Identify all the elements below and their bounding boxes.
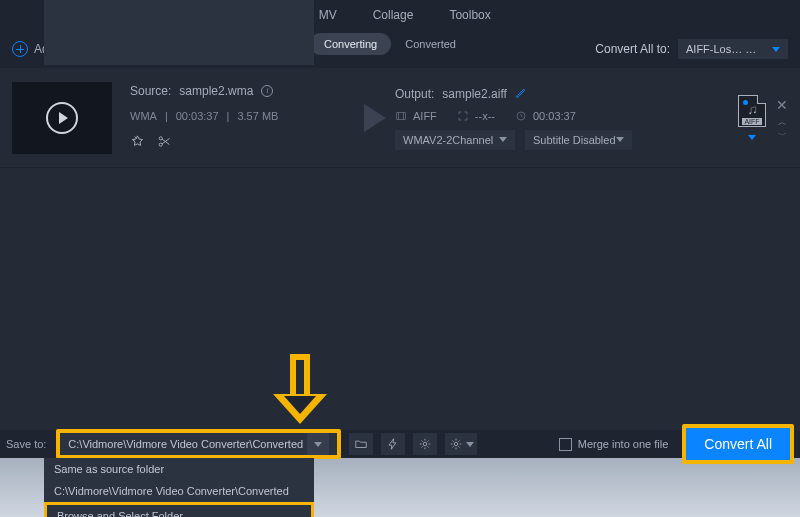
svg-point-6 bbox=[423, 442, 427, 446]
tab-mv[interactable]: MV bbox=[319, 2, 337, 28]
dropdown-browse-folder[interactable]: Browse and Select Folder bbox=[44, 502, 314, 517]
film-icon bbox=[395, 110, 407, 122]
high-speed-button[interactable] bbox=[413, 433, 437, 455]
caret-down-icon bbox=[466, 442, 474, 447]
file-item: Source: sample2.wma i WMA | 00:03:37 | 3… bbox=[0, 68, 800, 168]
audio-track-value: WMAV2-2Channel bbox=[403, 134, 493, 146]
source-name: sample2.wma bbox=[179, 84, 253, 98]
bottom-bar: Save to: C:\Vidmore\Vidmore Video Conver… bbox=[0, 430, 800, 458]
settings-button[interactable] bbox=[445, 433, 477, 455]
converted-link[interactable]: Converted bbox=[405, 38, 456, 50]
music-note-icon bbox=[747, 105, 758, 116]
play-icon bbox=[59, 112, 68, 124]
merge-label: Merge into one file bbox=[578, 438, 669, 450]
output-name: sample2.aiff bbox=[442, 87, 506, 101]
save-path-value: C:\Vidmore\Vidmore Video Converter\Conve… bbox=[68, 438, 303, 450]
convert-all-to-label: Convert All to: bbox=[595, 42, 670, 56]
target-format-select[interactable]: AIFF-Los… Quality bbox=[678, 39, 788, 59]
toolbar-right: Convert All to: AIFF-Los… Quality bbox=[595, 39, 788, 59]
tab-collage[interactable]: Collage bbox=[373, 2, 414, 28]
move-down-button[interactable]: ﹀ bbox=[778, 132, 787, 139]
hardware-accel-button[interactable] bbox=[381, 433, 405, 455]
rename-icon[interactable] bbox=[515, 86, 528, 102]
subtitle-select[interactable]: Subtitle Disabled bbox=[525, 130, 632, 150]
star-icon[interactable] bbox=[130, 134, 145, 152]
save-to-label: Save to: bbox=[6, 438, 46, 450]
arrow-divider bbox=[355, 104, 395, 132]
output-format-column: AIFF bbox=[738, 95, 766, 140]
convert-all-button[interactable]: Convert All bbox=[682, 424, 794, 464]
remove-item-button[interactable]: ✕ bbox=[776, 97, 788, 113]
caret-down-icon bbox=[772, 47, 780, 52]
output-column: Output: sample2.aiff AIFF --x-- 00:03:37… bbox=[395, 86, 728, 150]
output-label: Output: bbox=[395, 87, 434, 101]
svg-point-7 bbox=[454, 442, 458, 446]
source-size: 3.57 MB bbox=[237, 110, 278, 122]
audio-track-select[interactable]: WMAV2-2Channel bbox=[395, 130, 515, 150]
tab-toolbox[interactable]: Toolbox bbox=[449, 2, 490, 28]
source-column: Source: sample2.wma i WMA | 00:03:37 | 3… bbox=[130, 84, 355, 152]
format-badge[interactable]: AIFF bbox=[738, 95, 766, 127]
svg-rect-2 bbox=[397, 112, 406, 119]
move-up-button[interactable]: ︿ bbox=[778, 119, 787, 126]
source-label: Source: bbox=[130, 84, 171, 98]
scissors-icon[interactable] bbox=[157, 134, 172, 152]
checkbox-icon bbox=[559, 438, 572, 451]
thumbnail[interactable] bbox=[12, 82, 112, 154]
dropdown-recent-path[interactable]: C:\Vidmore\Vidmore Video Converter\Conve… bbox=[44, 480, 314, 502]
caret-down-icon bbox=[616, 137, 624, 142]
plus-icon bbox=[12, 41, 28, 57]
subtitle-value: Subtitle Disabled bbox=[533, 134, 616, 146]
svg-point-4 bbox=[749, 112, 751, 114]
item-controls: ✕ ︿ ﹀ bbox=[776, 97, 788, 139]
save-path-dropdown: Same as source folder C:\Vidmore\Vidmore… bbox=[44, 458, 314, 517]
output-duration: 00:03:37 bbox=[533, 110, 576, 122]
dropdown-same-folder[interactable]: Same as source folder bbox=[44, 458, 314, 480]
converting-pill[interactable]: Converting bbox=[310, 33, 391, 55]
clock-icon bbox=[515, 110, 527, 122]
info-icon[interactable]: i bbox=[261, 85, 273, 97]
format-ext: AIFF bbox=[742, 118, 761, 125]
output-resolution: --x-- bbox=[475, 110, 495, 122]
toolbar-center: Converting Converted bbox=[310, 33, 456, 55]
target-format-value: AIFF-Los… Quality bbox=[686, 43, 764, 55]
annotation-arrow bbox=[275, 354, 325, 434]
output-format: AIFF bbox=[413, 110, 437, 122]
merge-checkbox[interactable]: Merge into one file bbox=[559, 438, 669, 451]
play-button[interactable] bbox=[46, 102, 78, 134]
open-folder-button[interactable] bbox=[349, 433, 373, 455]
source-format: WMA bbox=[130, 110, 157, 122]
svg-point-5 bbox=[754, 111, 756, 113]
source-duration: 00:03:37 bbox=[176, 110, 219, 122]
arrow-right-icon bbox=[364, 104, 386, 132]
caret-down-icon bbox=[499, 137, 507, 142]
caret-down-icon[interactable] bbox=[748, 135, 756, 140]
expand-icon bbox=[457, 110, 469, 122]
caret-down-icon bbox=[314, 442, 322, 447]
